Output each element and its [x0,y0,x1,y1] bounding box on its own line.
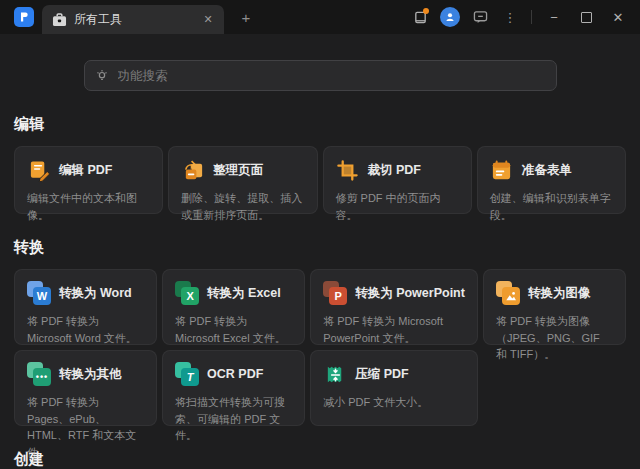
tool-card-title: 转换为其他 [59,366,122,383]
app-logo-icon[interactable] [14,7,34,27]
edit-pdf-icon [27,158,51,182]
tool-card-organize-pages[interactable]: 整理页面 删除、旋转、提取、插入或重新排序页面。 [168,146,317,214]
whats-new-icon[interactable] [407,5,433,29]
minimize-button[interactable]: − [540,5,568,29]
feature-search-bar[interactable] [84,60,557,91]
tool-card-crop-pdf[interactable]: 裁切 PDF 修剪 PDF 中的页面内容。 [323,146,472,214]
tool-card-title: 转换为 Excel [207,285,281,302]
tool-card-prepare-form[interactable]: 准备表单 创建、编辑和识别表单字段。 [477,146,626,214]
crop-pdf-icon [336,158,360,182]
excel-icon: X [175,281,199,305]
tool-card-desc: 删除、旋转、提取、插入或重新排序页面。 [181,190,304,223]
tool-card-desc: 修剪 PDF 中的页面内容。 [336,190,459,223]
more-menu-icon[interactable]: ⋮ [497,5,523,29]
titlebar-actions: ⋮ − ✕ [407,0,640,34]
all-tools-page: 编辑 编辑 PDF 编辑文件中的文本和图像。 [0,115,640,469]
tool-card-desc: 减小 PDF 文件大小。 [323,394,465,411]
tool-card-desc: 将 PDF 转换为 Microsoft Excel 文件。 [175,313,292,346]
titlebar: 所有工具 ✕ + ⋮ [0,0,640,34]
tool-card-title: 编辑 PDF [59,162,112,179]
word-icon: W [27,281,51,305]
tool-card-title: 准备表单 [522,162,572,179]
tool-card-title: 转换为 Word [59,285,132,302]
tab-all-tools[interactable]: 所有工具 ✕ [42,5,224,34]
prepare-form-icon [490,158,514,182]
tool-card-desc: 将扫描文件转换为可搜索、可编辑的 PDF 文件。 [175,394,292,444]
tool-card-desc: 将 PDF 转换为图像（JPEG、PNG、GIF 和 TIFF）。 [496,313,613,363]
ocr-icon: T [175,362,199,386]
tool-card-title: 整理页面 [213,162,263,179]
section-title-edit: 编辑 [14,115,626,134]
tab-title: 所有工具 [74,11,193,28]
organize-pages-icon [181,158,205,182]
compress-icon [323,362,347,386]
tool-card-desc: 将 PDF 转换为 Pages、ePub、HTML、RTF 和文本文件。 [27,394,144,460]
tool-card-desc: 编辑文件中的文本和图像。 [27,190,150,223]
tool-card-desc: 创建、编辑和识别表单字段。 [490,190,613,223]
pdfelement-flag-icon [18,11,30,23]
image-icon [496,281,520,305]
tool-card-title: 转换为 PowerPoint [355,285,465,302]
tool-card-desc: 将 PDF 转换为 Microsoft Word 文件。 [27,313,144,346]
tool-card-convert-powerpoint[interactable]: P 转换为 PowerPoint 将 PDF 转换为 Microsoft Pow… [310,269,478,345]
tool-card-convert-other[interactable]: ••• 转换为其他 将 PDF 转换为 Pages、ePub、HTML、RTF … [14,350,157,426]
mountain-sun-icon [505,290,517,302]
toolbox-icon [52,13,67,27]
section-title-convert: 转换 [14,238,626,257]
notification-dot [423,8,429,14]
feedback-bubble-icon [473,10,488,24]
tool-card-compress-pdf[interactable]: 压缩 PDF 减小 PDF 文件大小。 [310,350,478,426]
tool-card-desc: 将 PDF 转换为 Microsoft PowerPoint 文件。 [323,313,465,346]
tool-card-convert-word[interactable]: W 转换为 Word 将 PDF 转换为 Microsoft Word 文件。 [14,269,157,345]
tool-card-convert-excel[interactable]: X 转换为 Excel 将 PDF 转换为 Microsoft Excel 文件… [162,269,305,345]
titlebar-divider [531,10,532,24]
user-avatar [440,7,460,27]
edit-tools-grid: 编辑 PDF 编辑文件中的文本和图像。 整理页面 删除、旋转、提取、插入或重新排… [14,146,626,214]
person-icon [444,11,456,23]
convert-tools-grid: W 转换为 Word 将 PDF 转换为 Microsoft Word 文件。 … [14,269,626,426]
feedback-button[interactable] [467,5,493,29]
maximize-icon [581,12,592,23]
tool-card-convert-image[interactable]: 转换为图像 将 PDF 转换为图像（JPEG、PNG、GIF 和 TIFF）。 [483,269,626,345]
account-button[interactable] [437,5,463,29]
more-formats-icon: ••• [27,362,51,386]
maximize-button[interactable] [572,5,600,29]
tool-card-title: 压缩 PDF [355,366,408,383]
tab-close-icon[interactable]: ✕ [200,12,216,28]
tool-card-title: 转换为图像 [528,285,591,302]
tool-card-title: OCR PDF [207,367,263,381]
new-tab-button[interactable]: + [234,5,258,29]
tool-card-edit-pdf[interactable]: 编辑 PDF 编辑文件中的文本和图像。 [14,146,163,214]
search-input[interactable] [116,68,546,84]
close-button[interactable]: ✕ [604,5,632,29]
powerpoint-icon: P [323,281,347,305]
tool-card-title: 裁切 PDF [368,162,421,179]
idea-bulb-icon [95,69,109,83]
tool-card-ocr-pdf[interactable]: T OCR PDF 将扫描文件转换为可搜索、可编辑的 PDF 文件。 [162,350,305,426]
